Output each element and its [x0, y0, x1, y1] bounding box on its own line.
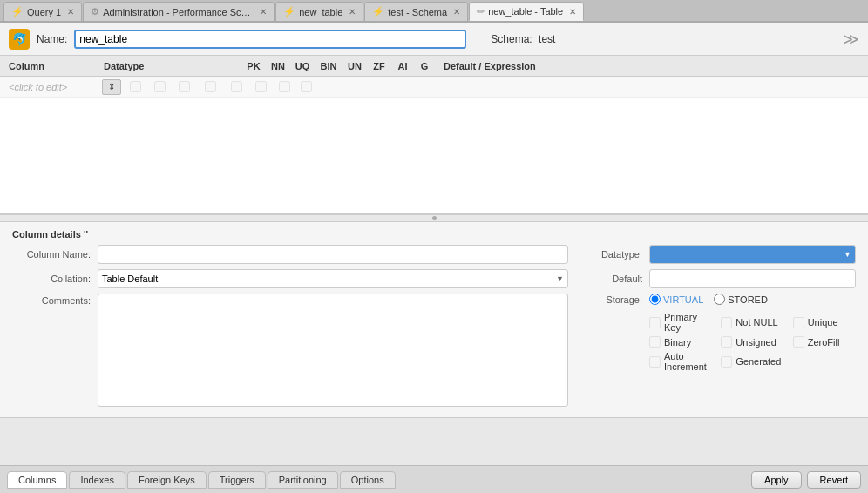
col-header-g: G — [414, 61, 435, 71]
nn-checkbox-row[interactable] — [154, 81, 166, 92]
tab-new-table-2-label: new_table - Table — [488, 6, 563, 17]
default-input[interactable] — [649, 269, 856, 288]
comments-row: Comments: — [12, 294, 568, 407]
g-checkbox-text: Generated — [736, 356, 781, 367]
tab-options[interactable]: Options — [340, 471, 396, 489]
un-checkbox-row[interactable] — [231, 81, 242, 92]
nn-checkbox-label[interactable]: Not NULL — [721, 312, 783, 333]
column-details-panel: Column details '' Column Name: Collation… — [0, 222, 868, 418]
storage-stored-radio[interactable] — [714, 294, 725, 305]
logo: 🐬 — [9, 29, 30, 50]
row-type-selector[interactable]: ⇕ — [102, 79, 121, 95]
col-header-datatype: Datatype — [104, 61, 241, 71]
tab-bar: ⚡ Query 1 ✕ ⚙ Administration - Performan… — [0, 0, 868, 23]
uq-checkbox[interactable] — [793, 317, 804, 328]
name-label: Name: — [37, 33, 67, 45]
tab-new-table-1-close[interactable]: ✕ — [349, 7, 356, 17]
zf-checkbox-text: ZeroFill — [808, 337, 840, 348]
uq-checkbox-label[interactable]: Unique — [793, 312, 856, 333]
query1-icon: ⚡ — [11, 6, 24, 17]
default-row: Default — [586, 269, 856, 288]
ai-checkbox-text: Auto Increment — [664, 351, 712, 372]
bin-checkbox-label[interactable]: Binary — [649, 336, 712, 348]
datatype-label: Datatype: — [586, 249, 642, 260]
uq-checkbox-text: Unique — [808, 317, 838, 328]
tab-admin[interactable]: ⚙ Administration - Performance Schema Se… — [83, 2, 275, 21]
schema-label: Schema: test — [491, 33, 555, 45]
col-header-zf: ZF — [367, 61, 391, 71]
storage-radio-group: VIRTUAL STORED — [649, 294, 768, 305]
storage-stored-label[interactable]: STORED — [714, 294, 768, 305]
col-header-nn: NN — [266, 61, 290, 71]
tab-columns[interactable]: Columns — [7, 471, 67, 489]
pk-checkbox[interactable] — [649, 317, 661, 328]
tab-query1-label: Query 1 — [27, 7, 61, 17]
revert-button[interactable]: Revert — [807, 471, 861, 489]
new-table-1-icon: ⚡ — [283, 6, 295, 17]
resize-handle[interactable] — [0, 214, 868, 222]
un-checkbox-text: Unsigned — [736, 337, 776, 348]
g-checkbox-label[interactable]: Generated — [721, 351, 783, 372]
column-name-input[interactable] — [98, 245, 568, 264]
zf-checkbox-label[interactable]: ZeroFill — [793, 336, 856, 348]
tab-triggers[interactable]: Triggers — [208, 471, 266, 489]
storage-stored-text: STORED — [728, 294, 768, 305]
admin-icon: ⚙ — [91, 6, 99, 17]
collation-row: Collation: Table Default ▼ — [12, 269, 568, 288]
nn-checkbox-text: Not NULL — [736, 317, 777, 328]
un-checkbox[interactable] — [721, 336, 732, 348]
bin-checkbox[interactable] — [649, 336, 661, 348]
pk-checkbox-label[interactable]: Primary Key — [649, 312, 712, 333]
tab-test-schema[interactable]: ⚡ test - Schema ✕ — [364, 2, 468, 21]
bin-checkbox-row[interactable] — [205, 81, 216, 92]
col-header-column: Column — [3, 61, 104, 71]
checkbox-grid: Primary Key Not NULL Unique Binary Unsig… — [649, 312, 856, 372]
tab-foreign-keys[interactable]: Foreign Keys — [127, 471, 207, 489]
tab-new-table-1-label: new_table — [299, 7, 342, 17]
column-name-label: Column Name: — [12, 249, 91, 260]
g-checkbox-row[interactable] — [301, 81, 312, 92]
tab-indexes[interactable]: Indexes — [69, 471, 125, 489]
column-table-body: <click to edit> ⇕ — [0, 77, 868, 214]
apply-button[interactable]: Apply — [751, 471, 802, 489]
comments-textarea[interactable] — [98, 294, 568, 407]
ai-checkbox-row[interactable] — [279, 81, 290, 92]
uq-checkbox-row[interactable] — [179, 81, 190, 92]
zf-checkbox[interactable] — [793, 336, 804, 348]
datatype-select[interactable] — [649, 245, 856, 264]
nn-checkbox[interactable] — [721, 317, 732, 328]
col-header-bin: BIN — [315, 61, 342, 71]
zf-checkbox-row[interactable] — [255, 81, 267, 92]
column-name-row: Column Name: — [12, 245, 568, 264]
tab-new-table-1[interactable]: ⚡ new_table ✕ — [275, 2, 363, 21]
tab-query1-close[interactable]: ✕ — [67, 7, 74, 17]
datatype-row: Datatype: ▼ — [586, 245, 856, 264]
bin-checkbox-text: Binary — [664, 337, 691, 348]
name-row: 🐬 Name: Schema: test ≫ — [0, 23, 868, 56]
ai-checkbox[interactable] — [649, 356, 661, 368]
tab-new-table-2[interactable]: ✏ new_table - Table ✕ — [469, 2, 584, 21]
ai-checkbox-label[interactable]: Auto Increment — [649, 351, 712, 372]
click-to-edit-row[interactable]: <click to edit> ⇕ — [0, 77, 868, 98]
pk-checkbox-row[interactable] — [130, 81, 141, 92]
new-table-2-icon: ✏ — [477, 6, 485, 17]
tab-test-schema-close[interactable]: ✕ — [453, 7, 460, 17]
test-schema-icon: ⚡ — [372, 6, 384, 17]
storage-virtual-radio[interactable] — [649, 294, 661, 305]
pk-checkbox-text: Primary Key — [664, 312, 712, 333]
g-checkbox[interactable] — [721, 356, 732, 368]
double-chevron-icon[interactable]: ≫ — [843, 30, 859, 49]
click-to-edit-text: <click to edit> — [3, 82, 98, 92]
tab-admin-label: Administration - Performance Schema Setu… — [103, 7, 254, 17]
storage-virtual-label[interactable]: VIRTUAL — [649, 294, 703, 305]
collation-select[interactable]: Table Default — [98, 269, 568, 288]
bottom-actions: Apply Revert — [751, 471, 861, 489]
storage-row: Storage: VIRTUAL STORED — [586, 294, 856, 305]
tab-partitioning[interactable]: Partitioning — [268, 471, 338, 489]
tab-query1[interactable]: ⚡ Query 1 ✕ — [3, 2, 82, 21]
tab-new-table-2-close[interactable]: ✕ — [569, 7, 576, 17]
storage-virtual-text: VIRTUAL — [663, 294, 703, 305]
tab-admin-close[interactable]: ✕ — [260, 7, 267, 17]
un-checkbox-label[interactable]: Unsigned — [721, 336, 783, 348]
name-input[interactable] — [74, 30, 466, 49]
